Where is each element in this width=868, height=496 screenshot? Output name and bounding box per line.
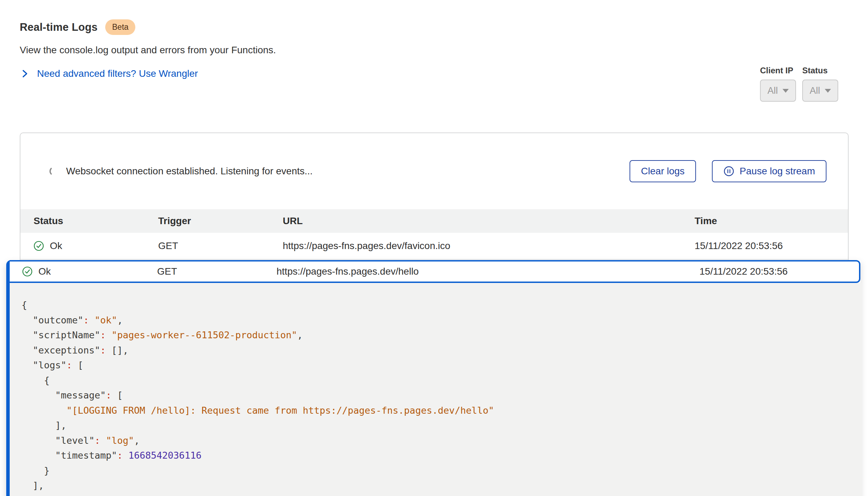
client-ip-value: All [767, 85, 778, 96]
log-table-header: Status Trigger URL Time [20, 209, 848, 233]
stream-status-message: Websocket connection established. Listen… [66, 166, 313, 177]
check-circle-icon [34, 241, 44, 251]
log-row-hello-selected[interactable]: Ok GET https://pages-fns.pages.dev/hello… [10, 260, 860, 283]
spinner-icon [49, 166, 58, 176]
log-url: https://pages-fns.pages.dev/hello [277, 266, 699, 277]
page-header: Real-time Logs Beta View the console.log… [20, 19, 276, 79]
caret-down-icon [825, 89, 831, 93]
log-filters: Client IP All Status All [760, 66, 838, 102]
clear-logs-button[interactable]: Clear logs [630, 160, 696, 182]
clear-logs-label: Clear logs [641, 166, 685, 177]
log-time: 15/11/2022 20:53:56 [695, 240, 848, 251]
status-dropdown[interactable]: All [802, 80, 838, 102]
caret-down-icon [783, 89, 789, 93]
log-trigger: GET [158, 240, 283, 251]
pause-icon [723, 166, 734, 177]
log-status: Ok [38, 266, 51, 277]
filter-client-ip: Client IP All [760, 66, 796, 102]
client-ip-dropdown[interactable]: All [760, 80, 796, 102]
expanded-log-entry: Ok GET https://pages-fns.pages.dev/hello… [6, 260, 860, 496]
log-status: Ok [50, 240, 62, 251]
log-json-output: { "outcome": "ok", "scriptName": "pages-… [21, 297, 862, 493]
column-header-time: Time [695, 215, 848, 227]
stream-status-bar: Websocket connection established. Listen… [20, 133, 848, 209]
client-ip-label: Client IP [760, 66, 796, 75]
chevron-right-icon [20, 69, 29, 79]
beta-badge: Beta [105, 19, 135, 35]
column-header-url: URL [283, 215, 695, 227]
wrangler-link-text[interactable]: Need advanced filters? Use Wrangler [37, 68, 198, 79]
log-url: https://pages-fns.pages.dev/favicon.ico [283, 240, 695, 251]
page-subtitle: View the console.log output and errors f… [20, 45, 276, 56]
log-detail-panel: { "outcome": "ok", "scriptName": "pages-… [10, 283, 862, 496]
column-header-status: Status [34, 215, 158, 227]
filter-status: Status All [802, 66, 838, 102]
log-row-favicon[interactable]: Ok GET https://pages-fns.pages.dev/favic… [20, 233, 848, 260]
pause-log-stream-label: Pause log stream [740, 166, 815, 177]
log-time: 15/11/2022 20:53:56 [699, 266, 859, 277]
check-circle-icon [22, 266, 33, 277]
page-title: Real-time Logs [20, 21, 98, 34]
log-panel: Websocket connection established. Listen… [20, 132, 849, 263]
log-trigger: GET [157, 266, 277, 277]
status-label: Status [802, 66, 838, 75]
status-value: All [810, 85, 820, 96]
column-header-trigger: Trigger [158, 215, 283, 227]
wrangler-link[interactable]: Need advanced filters? Use Wrangler [20, 68, 276, 79]
pause-log-stream-button[interactable]: Pause log stream [712, 160, 826, 182]
